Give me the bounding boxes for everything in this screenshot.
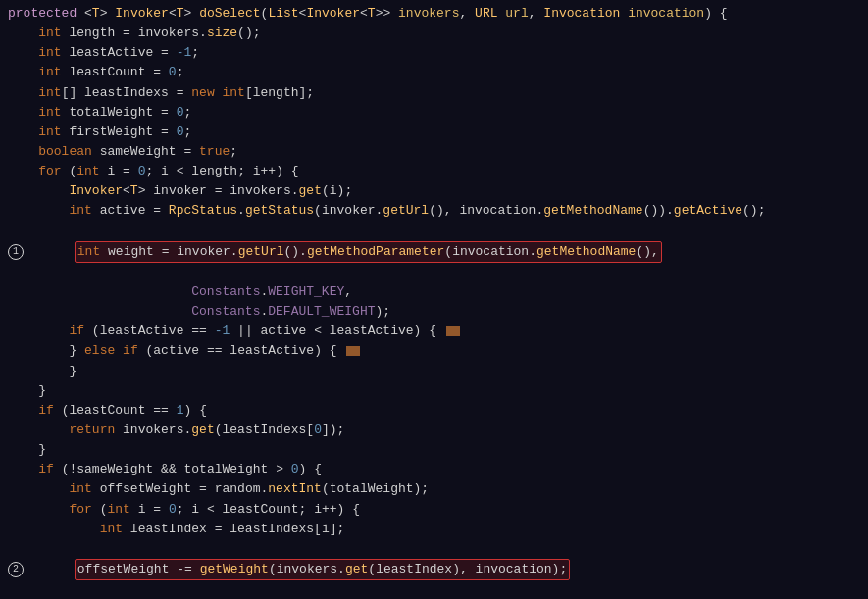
collapsed-block-2 (346, 346, 360, 356)
code-line: } (0, 381, 868, 401)
code-line: int totalWeight = 0; (0, 103, 868, 123)
code-line: int firstWeight = 0; (0, 123, 868, 142)
code-line: if (leastCount == 1) { (0, 401, 868, 421)
annotation-2: 2 (8, 562, 24, 577)
code-line: if (!sameWeight && totalWeight > 0) { (0, 460, 868, 479)
highlight-block-1: int weight = invoker.getUrl().getMethodP… (75, 241, 662, 263)
code-line: int leastIndex = leastIndexs[i]; (0, 520, 868, 539)
code-line: for (int i = 0; i < leastCount; i++) { (0, 500, 868, 520)
code-line: protected <T> Invoker<T> doSelect(List<I… (0, 4, 868, 24)
code-line: } (0, 362, 868, 381)
code-line: Constants.DEFAULT_WEIGHT); (0, 302, 868, 322)
code-line: int leastCount = 0; (0, 63, 868, 82)
code-line: Constants.WEIGHT_KEY, (0, 282, 868, 302)
code-line: int length = invokers.size(); (0, 24, 868, 43)
code-line: for (int i = 0; i < length; i++) { (0, 162, 868, 181)
code-line: int active = RpcStatus.getStatus(invoker… (0, 201, 868, 221)
code-line: return invokers.get(leastIndexs[0]); (0, 421, 868, 440)
code-editor: protected <T> Invoker<T> doSelect(List<I… (0, 0, 868, 599)
code-line-highlighted-2: 2 offsetWeight -= getWeight(invokers.get… (0, 539, 868, 599)
code-line: int offsetWeight = random.nextInt(totalW… (0, 479, 868, 499)
code-line: int[] leastIndexs = new int[length]; (0, 83, 868, 103)
code-line: } (0, 440, 868, 460)
code-line: if (leastActive == -1 || active < leastA… (0, 322, 868, 341)
highlight-block-2: offsetWeight -= getWeight(invokers.get(l… (75, 559, 570, 580)
annotation-1: 1 (8, 244, 24, 260)
code-line: } else if (active == leastActive) { (0, 341, 868, 361)
code-line: Invoker<T> invoker = invokers.get(i); (0, 181, 868, 201)
collapsed-block-1 (446, 326, 460, 336)
code-line-highlighted-1: 1 int weight = invoker.getUrl().getMetho… (0, 222, 868, 282)
code-line: boolean sameWeight = true; (0, 142, 868, 162)
code-line: int leastActive = -1; (0, 43, 868, 63)
